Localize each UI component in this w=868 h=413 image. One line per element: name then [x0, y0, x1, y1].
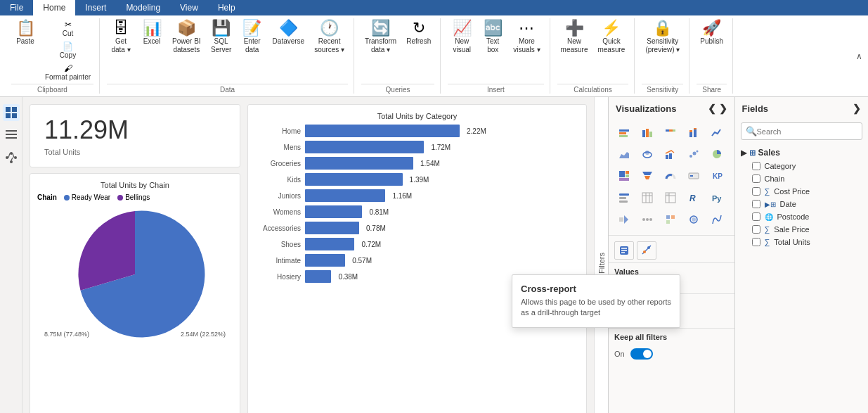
category-checkbox[interactable] — [752, 162, 760, 170]
keep-filters-toggle-row: On — [609, 345, 734, 362]
viz-treemap[interactable] — [614, 166, 634, 186]
field-cost-price[interactable]: ∑ Cost Price — [741, 185, 862, 198]
cut-button[interactable]: ✂ Cut — [42, 18, 93, 39]
publish-button[interactable]: 🚀 Publish — [697, 18, 727, 48]
recent-sources-button[interactable]: 🕐 Recentsources ▾ — [311, 18, 348, 56]
svg-rect-15 — [619, 132, 626, 134]
chain-checkbox[interactable] — [752, 174, 760, 183]
viz-stacked-col[interactable] — [684, 122, 704, 142]
ready-wear-label: Ready Wear — [72, 193, 110, 201]
viz-panel-title: Visualizations — [616, 103, 676, 114]
format-tab[interactable] — [614, 241, 634, 260]
viz-card[interactable] — [684, 166, 704, 186]
viz-more-1[interactable] — [614, 210, 634, 229]
publish-icon: 🚀 — [702, 20, 721, 36]
filters-label[interactable]: Filters — [595, 248, 608, 278]
field-date[interactable]: ▶⊞ Date — [741, 198, 862, 210]
viz-more-4[interactable] — [684, 210, 704, 229]
svg-point-29 — [645, 151, 649, 155]
fields-expand-icon[interactable]: ❯ — [853, 103, 861, 114]
new-measure-label: Newmeasure — [561, 37, 588, 54]
kpi-label: Total Units — [44, 148, 226, 156]
viz-stacked-bar[interactable] — [614, 122, 634, 142]
report-view-icon[interactable] — [3, 104, 20, 121]
power-bi-datasets-button[interactable]: 📦 Power BIdatasets — [169, 18, 205, 56]
viz-table[interactable] — [637, 188, 657, 208]
viz-more-3[interactable] — [661, 210, 680, 229]
tab-modeling[interactable]: Modeling — [116, 0, 170, 15]
pie-chart-legend: Chain Ready Wear Bellings — [37, 193, 233, 201]
field-postcode[interactable]: 🌐 Postcode — [741, 210, 862, 223]
fields-search-box[interactable]: 🔍 — [741, 122, 862, 140]
svg-point-67 — [692, 217, 696, 222]
bar-row: Intimate0.57M — [255, 254, 579, 267]
text-box-button[interactable]: 🔤 Textbox — [479, 18, 507, 56]
viz-gauge[interactable] — [661, 166, 680, 186]
get-data-button[interactable]: 🗄 Getdata ▾ — [107, 18, 135, 56]
cost-price-checkbox[interactable] — [752, 187, 760, 196]
enter-data-button[interactable]: 📝 Enterdata — [238, 18, 266, 56]
main-area: 11.29M Total Units Total Units by Chain … — [0, 97, 868, 413]
field-sale-price[interactable]: ∑ Sale Price — [741, 223, 862, 236]
quick-measure-button[interactable]: ⚡ Quickmeasure — [594, 18, 628, 56]
new-measure-button[interactable]: ➕ Newmeasure — [557, 18, 592, 56]
data-view-icon[interactable] — [3, 127, 20, 144]
analytics-tab[interactable] — [637, 241, 656, 260]
more-visuals-label: Morevisuals ▾ — [513, 37, 540, 54]
field-category[interactable]: Category — [741, 160, 862, 172]
viz-line-and-stacked[interactable] — [661, 144, 680, 164]
fields-search-input[interactable] — [757, 127, 857, 136]
viz-slicer[interactable] — [614, 188, 634, 208]
more-visuals-button[interactable]: ⋯ Morevisuals ▾ — [510, 18, 543, 56]
sql-server-button[interactable]: 💾 SQLServer — [207, 18, 235, 56]
paste-button[interactable]: 📋 Paste — [11, 18, 39, 48]
viz-r-visual[interactable]: R — [684, 188, 704, 208]
postcode-checkbox[interactable] — [752, 212, 760, 221]
tab-view[interactable]: View — [170, 0, 208, 15]
fields-group-sales-header[interactable]: ▶ ⊞ Sales — [741, 146, 862, 160]
viz-python[interactable]: Py — [707, 188, 727, 208]
viz-area[interactable] — [614, 144, 634, 164]
viz-more-2[interactable] — [637, 210, 657, 229]
date-icon: ▶⊞ — [765, 201, 776, 208]
sale-price-checkbox[interactable] — [752, 225, 760, 234]
tab-file[interactable]: File — [0, 0, 33, 15]
filters-bar[interactable]: Filters — [594, 97, 608, 413]
viz-scatter[interactable] — [684, 144, 704, 164]
paste-label: Paste — [16, 37, 34, 46]
bar-row-label: Juniors — [255, 192, 301, 200]
field-chain[interactable]: Chain — [741, 172, 862, 185]
viz-more-5[interactable] — [707, 210, 727, 229]
tab-insert[interactable]: Insert — [75, 0, 116, 15]
format-painter-button[interactable]: 🖌 Format painter — [42, 62, 93, 82]
viz-map[interactable] — [637, 144, 657, 164]
date-checkbox[interactable] — [752, 200, 760, 208]
transform-data-button[interactable]: 🔄 Transformdata ▾ — [361, 18, 400, 56]
ribbon-collapse[interactable]: ∧ — [856, 18, 862, 94]
quick-measure-label: Quickmeasure — [597, 37, 625, 54]
tab-home[interactable]: Home — [33, 0, 75, 15]
viz-matrix[interactable] — [661, 188, 680, 208]
copy-label: Copy — [60, 51, 76, 59]
viz-100pct-bar[interactable] — [661, 122, 680, 142]
total-units-checkbox[interactable] — [752, 238, 760, 246]
refresh-button[interactable]: ↻ Refresh — [403, 18, 434, 48]
left-panel — [0, 97, 22, 413]
bar-row: Womens0.81M — [255, 205, 579, 218]
excel-button[interactable]: 📊 Excel — [138, 18, 166, 48]
keep-filters-toggle[interactable] — [630, 348, 653, 360]
viz-panel-collapse[interactable]: ❮ — [708, 103, 716, 114]
copy-button[interactable]: 📄 Copy — [42, 40, 93, 61]
viz-panel-expand[interactable]: ❯ — [719, 103, 727, 114]
dataverse-button[interactable]: 🔷 Dataverse — [269, 18, 309, 48]
sensitivity-button[interactable]: 🔒 Sensitivity(preview) ▾ — [642, 18, 683, 56]
viz-kpi[interactable]: KPI — [707, 166, 727, 186]
viz-line[interactable] — [707, 122, 727, 142]
new-visual-button[interactable]: 📈 Newvisual — [448, 18, 476, 56]
model-view-icon[interactable] — [3, 149, 20, 166]
field-total-units[interactable]: ∑ Total Units — [741, 236, 862, 248]
viz-funnel[interactable] — [637, 166, 657, 186]
viz-clustered-bar[interactable] — [637, 122, 657, 142]
tab-help[interactable]: Help — [208, 0, 245, 15]
viz-pie[interactable] — [707, 144, 727, 164]
